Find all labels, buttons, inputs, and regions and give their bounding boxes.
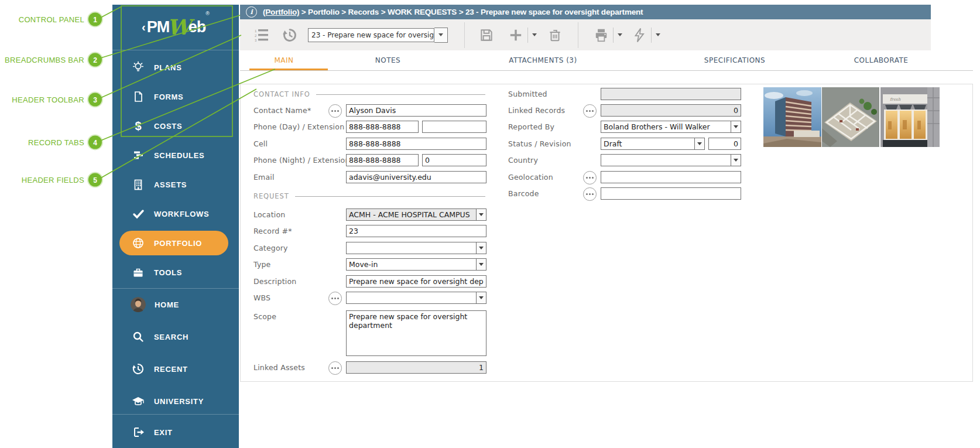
category-select[interactable] <box>346 242 486 254</box>
add-record-menu-button[interactable] <box>527 28 537 43</box>
sidebar-item-plans[interactable]: PLANS <box>112 53 239 82</box>
sidebar-item-costs[interactable]: $ COSTS <box>112 111 239 141</box>
field-label: Country <box>508 156 538 165</box>
sidebar-item-exit[interactable]: EXIT <box>112 418 239 447</box>
annotation-label: CONTROL PANEL <box>19 15 84 24</box>
annotation-label: RECORD TABS <box>28 138 84 147</box>
reported-by-select[interactable] <box>601 121 741 133</box>
sidebar-item-recent[interactable]: RECENT <box>112 354 239 384</box>
history-button[interactable] <box>282 28 297 43</box>
chevron-down-icon[interactable] <box>476 208 486 221</box>
geolocation-input[interactable] <box>601 171 741 183</box>
record-photo-floorplan <box>822 87 879 147</box>
registered-trademark: ® <box>205 11 210 16</box>
sidebar-item-portfolio[interactable]: PORTFOLIO <box>119 231 228 255</box>
breadcrumbs-bar: i (Portfolio) > Portfolio > Records > WO… <box>240 5 931 19</box>
sidebar-item-label: SCHEDULES <box>154 151 204 160</box>
annotation-callout-header-toolbar: HEADER TOOLBAR 3 <box>0 93 102 107</box>
sidebar-divider <box>112 414 239 415</box>
ellipsis-lookup-button[interactable] <box>583 104 597 118</box>
sidebar-item-forms[interactable]: FORMS <box>112 82 239 111</box>
chevron-down-icon <box>532 33 537 36</box>
phone-day-extension-input[interactable] <box>422 121 486 133</box>
sidebar-item-label: TOOLS <box>154 268 182 277</box>
section-rule <box>295 196 485 197</box>
email-input[interactable] <box>346 171 486 183</box>
pmweb-logo: ‹ PM W eb ® <box>112 5 239 49</box>
history-icon <box>131 362 145 376</box>
phone-night-extension-input[interactable] <box>422 154 486 166</box>
info-icon[interactable]: i <box>246 6 257 18</box>
sidebar-item-home[interactable]: HOME <box>112 290 239 319</box>
chevron-down-icon[interactable] <box>476 292 486 304</box>
chevron-down-icon[interactable] <box>694 138 705 150</box>
sidebar-item-search[interactable]: SEARCH <box>112 322 239 351</box>
ellipsis-lookup-button[interactable] <box>328 292 342 305</box>
sidebar-item-label: ASSETS <box>154 180 187 189</box>
chevron-down-icon[interactable] <box>731 154 741 166</box>
toolbar-separator <box>464 22 465 48</box>
list-view-button[interactable]: 123 <box>254 28 269 42</box>
ellipsis-lookup-button[interactable] <box>583 187 597 201</box>
pmweb-app-window: CONTROL PANEL 1 BREADCRUMBS BAR 2 HEADER… <box>0 0 980 448</box>
wbs-select[interactable] <box>346 292 486 304</box>
record-selector-value[interactable]: 23 - Prepare new space for oversight <box>308 28 434 42</box>
status-select[interactable] <box>601 138 705 150</box>
annotation-label: HEADER TOOLBAR <box>12 95 84 104</box>
contact-name-input[interactable] <box>346 104 486 117</box>
revision-input[interactable] <box>708 138 741 150</box>
country-select[interactable] <box>601 154 741 166</box>
sidebar-item-schedules[interactable]: SCHEDULES <box>112 141 239 170</box>
add-record-button[interactable] <box>508 28 523 43</box>
description-input[interactable] <box>346 275 486 288</box>
sidebar-collapse-icon[interactable]: ‹ <box>142 20 146 34</box>
ellipsis-lookup-button[interactable] <box>328 361 342 375</box>
tab-specifications[interactable]: SPECIFICATIONS <box>638 50 831 70</box>
ellipsis-lookup-button[interactable] <box>583 171 597 184</box>
tab-notes[interactable]: NOTES <box>328 50 448 70</box>
tab-attachments[interactable]: ATTACHMENTS (3) <box>448 50 638 70</box>
record-selector[interactable]: 23 - Prepare new space for oversight <box>308 28 448 42</box>
checkmark-icon <box>131 207 145 221</box>
sidebar-item-university[interactable]: UNIVERSITY <box>112 387 239 416</box>
type-select[interactable] <box>346 258 486 271</box>
tab-collaborate[interactable]: COLLABORATE <box>831 50 931 70</box>
annotation-number-badge: 2 <box>88 53 102 67</box>
phone-day-input[interactable] <box>346 121 419 133</box>
location-select[interactable] <box>346 208 486 221</box>
annotation-callout-control-panel: CONTROL PANEL 1 <box>0 13 102 26</box>
barcode-input[interactable] <box>601 187 741 200</box>
svg-text:1: 1 <box>255 29 257 33</box>
print-button[interactable] <box>594 28 609 43</box>
annotation-number-badge: 3 <box>88 93 102 107</box>
chevron-down-icon <box>656 33 660 36</box>
field-label: Linked Records <box>508 106 565 115</box>
cell-input[interactable] <box>346 138 486 150</box>
record-detail-panel: CONTACT INFO Contact Name* Phone (Day) /… <box>240 84 973 382</box>
sidebar-item-assets[interactable]: ASSETS <box>112 170 239 199</box>
phone-night-input[interactable] <box>346 154 419 166</box>
actions-button[interactable] <box>632 28 647 43</box>
annotation-number-badge: 5 <box>88 173 102 187</box>
chevron-down-icon[interactable] <box>476 242 486 254</box>
actions-menu-button[interactable] <box>651 28 660 43</box>
tab-main[interactable]: MAIN <box>240 50 328 70</box>
chevron-down-icon[interactable] <box>731 121 741 133</box>
record-number-input[interactable] <box>346 225 486 237</box>
delete-button[interactable] <box>547 28 563 43</box>
chevron-down-icon[interactable] <box>434 28 448 43</box>
scope-textarea[interactable]: Prepare new space for oversight departme… <box>346 310 486 356</box>
print-menu-button[interactable] <box>613 28 622 43</box>
sidebar-item-tools[interactable]: TOOLS <box>112 258 239 287</box>
chevron-down-icon <box>618 33 622 36</box>
ellipsis-lookup-button[interactable] <box>328 104 342 118</box>
submitted-field <box>601 88 741 100</box>
breadcrumb-portfolio-link[interactable]: (Portfolio) <box>263 8 299 16</box>
globe-icon <box>131 236 145 250</box>
save-button[interactable] <box>479 28 494 43</box>
sidebar-item-label: UNIVERSITY <box>154 397 204 406</box>
logo-text-pm: PM <box>147 18 170 36</box>
chevron-down-icon[interactable] <box>476 258 486 271</box>
field-label: Location <box>253 210 285 219</box>
sidebar-item-workflows[interactable]: WORKFLOWS <box>112 199 239 228</box>
